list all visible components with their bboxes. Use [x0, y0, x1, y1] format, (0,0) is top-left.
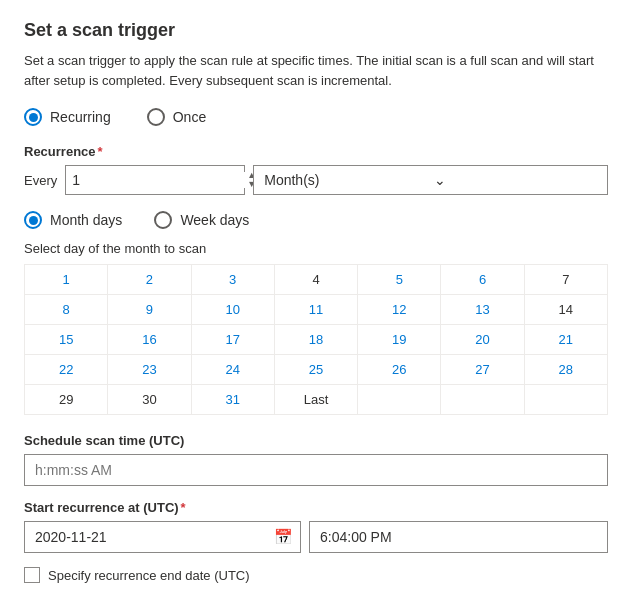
calendar-day-cell[interactable]: 9 [108, 295, 191, 325]
calendar-day-cell[interactable]: 29 [25, 385, 108, 415]
start-recurrence-section: Start recurrence at (UTC)* 📅 [24, 500, 608, 553]
calendar-day-cell[interactable]: 15 [25, 325, 108, 355]
calendar-day-cell[interactable]: 8 [25, 295, 108, 325]
calendar-day-cell[interactable]: 27 [441, 355, 524, 385]
calendar-day-cell[interactable]: 18 [275, 325, 358, 355]
schedule-time-input[interactable] [24, 454, 608, 486]
week-days-label: Week days [180, 212, 249, 228]
recurrence-row: Every ▲ ▼ Month(s) ⌄ [24, 165, 608, 195]
calendar-day-cell[interactable]: 7 [525, 265, 608, 295]
calendar-grid: 1234567891011121314151617181920212223242… [24, 264, 608, 415]
schedule-section: Schedule scan time (UTC) [24, 433, 608, 486]
calendar-day-cell[interactable]: 5 [358, 265, 441, 295]
calendar-day-cell[interactable]: 24 [192, 355, 275, 385]
start-date-input[interactable] [24, 521, 301, 553]
schedule-label: Schedule scan time (UTC) [24, 433, 608, 448]
end-date-label: Specify recurrence end date (UTC) [48, 568, 250, 583]
once-label: Once [173, 109, 206, 125]
calendar-day-cell[interactable]: 11 [275, 295, 358, 325]
calendar-day-cell[interactable]: 4 [275, 265, 358, 295]
week-days-option[interactable]: Week days [154, 211, 249, 229]
calendar-day-cell[interactable]: 16 [108, 325, 191, 355]
every-value-input[interactable] [72, 172, 247, 188]
select-day-label: Select day of the month to scan [24, 241, 608, 256]
unit-select[interactable]: Month(s) ⌄ [253, 165, 608, 195]
calendar-day-cell [525, 385, 608, 415]
calendar-day-cell [441, 385, 524, 415]
calendar-day-cell[interactable]: 25 [275, 355, 358, 385]
calendar-day-cell[interactable]: 3 [192, 265, 275, 295]
calendar-day-cell[interactable]: 21 [525, 325, 608, 355]
recurring-label: Recurring [50, 109, 111, 125]
recurring-radio[interactable] [24, 108, 42, 126]
calendar-day-cell[interactable]: 20 [441, 325, 524, 355]
calendar-day-cell[interactable]: 17 [192, 325, 275, 355]
day-type-group: Month days Week days [24, 211, 608, 229]
calendar-day-cell[interactable]: 28 [525, 355, 608, 385]
month-days-radio[interactable] [24, 211, 42, 229]
calendar-day-cell[interactable]: 26 [358, 355, 441, 385]
calendar-day-cell[interactable]: 12 [358, 295, 441, 325]
once-radio[interactable] [147, 108, 165, 126]
recurring-option[interactable]: Recurring [24, 108, 111, 126]
recurrence-label: Recurrence* [24, 144, 608, 159]
month-days-label: Month days [50, 212, 122, 228]
start-recurrence-label: Start recurrence at (UTC)* [24, 500, 608, 515]
every-value-input-wrapper: ▲ ▼ [65, 165, 245, 195]
required-indicator: * [98, 144, 103, 159]
calendar-day-cell[interactable]: 23 [108, 355, 191, 385]
page-description: Set a scan trigger to apply the scan rul… [24, 51, 608, 90]
calendar-day-cell[interactable]: 13 [441, 295, 524, 325]
calendar-day-cell[interactable]: 30 [108, 385, 191, 415]
calendar-day-cell[interactable]: Last [275, 385, 358, 415]
calendar-day-cell[interactable]: 1 [25, 265, 108, 295]
calendar-day-cell[interactable]: 6 [441, 265, 524, 295]
calendar-day-cell[interactable]: 14 [525, 295, 608, 325]
calendar-day-cell[interactable]: 19 [358, 325, 441, 355]
once-option[interactable]: Once [147, 108, 206, 126]
calendar-day-cell[interactable]: 10 [192, 295, 275, 325]
calendar-day-cell[interactable]: 22 [25, 355, 108, 385]
calendar-day-cell[interactable]: 31 [192, 385, 275, 415]
chevron-down-icon: ⌄ [434, 172, 597, 188]
start-time-input[interactable] [309, 521, 608, 553]
unit-value: Month(s) [264, 172, 427, 188]
start-recurrence-row: 📅 [24, 521, 608, 553]
end-date-checkbox[interactable] [24, 567, 40, 583]
page-title: Set a scan trigger [24, 20, 608, 41]
every-label: Every [24, 173, 57, 188]
recurrence-section: Recurrence* Every ▲ ▼ Month(s) ⌄ [24, 144, 608, 195]
calendar-day-cell [358, 385, 441, 415]
week-days-radio[interactable] [154, 211, 172, 229]
date-input-wrapper: 📅 [24, 521, 301, 553]
calendar-day-cell[interactable]: 2 [108, 265, 191, 295]
trigger-type-group: Recurring Once [24, 108, 608, 126]
end-date-row: Specify recurrence end date (UTC) [24, 567, 608, 583]
required-indicator-2: * [181, 500, 186, 515]
month-days-option[interactable]: Month days [24, 211, 122, 229]
